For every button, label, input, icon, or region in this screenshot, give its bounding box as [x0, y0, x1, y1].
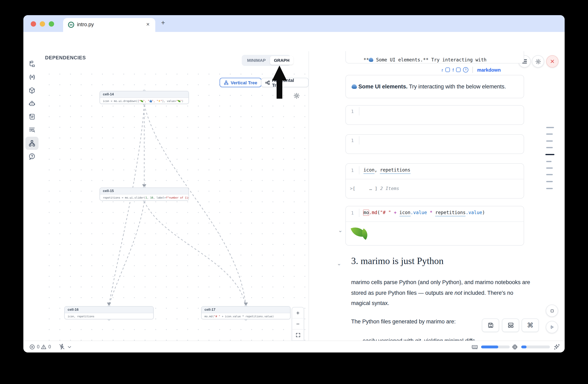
node-code: icon = mo.ui.dropdown(["", "", ""], valu… [100, 98, 189, 104]
cell-dropdown-code[interactable]: 1 icon = mo.ui.dropdown(["", "", ""], va… [345, 105, 524, 125]
dependency-graph-canvas[interactable]: Vertical Tree Horizontal Tree cell-14 ic… [41, 66, 309, 341]
sidebar-item-help[interactable] [25, 150, 39, 163]
minimap-cell-marker[interactable] [546, 140, 553, 141]
sidebar-item-dependencies[interactable] [25, 137, 39, 150]
zoom-in-button[interactable]: + [292, 307, 304, 318]
node-title: cell-14 [100, 91, 189, 98]
section-collapse-chevron-icon[interactable]: ⌄ [337, 260, 341, 267]
chevron-down-icon [67, 344, 72, 349]
traffic-zoom-button[interactable] [49, 21, 54, 27]
minimap-cell-marker[interactable] [546, 161, 551, 162]
graph-node-cell-16[interactable]: cell-16 icon, repetitions [64, 306, 154, 319]
zoom-out-button[interactable]: − [292, 318, 304, 329]
code-line: repetitions = mo.ui.slider(1, 16, [363, 153, 457, 154]
cell-md-code[interactable]: 1 mo.md("# " + icon.value * repetitions.… [345, 206, 524, 246]
minimap-cell-marker[interactable] [546, 147, 553, 148]
close-icon: ✕ [550, 58, 555, 64]
cell-output-markdown: Some UI elements. Try interacting with t… [345, 75, 524, 98]
warning-triangle-icon [41, 344, 47, 350]
sidebar-item-logs[interactable] [25, 110, 39, 123]
sidebar-item-snippets[interactable] [25, 123, 39, 136]
warning-count: 0 [48, 344, 51, 349]
ram-usage[interactable] [471, 341, 510, 352]
markdown-cell-footer: r f i markdown [442, 67, 501, 73]
scroll-icon [28, 113, 36, 120]
save-icon [487, 322, 494, 329]
sidebar-item-variables[interactable]: (×) [25, 70, 39, 83]
command-palette-button[interactable]: ⌘ [522, 319, 539, 332]
ai-assist-button[interactable] [553, 341, 560, 352]
code-line: mo.md("# " + icon.value * repetitions.va… [363, 209, 485, 217]
horizontal-tree-label: Horizontal Tree [272, 77, 304, 87]
screenshot-stage: m intro.py × + localhost:2718 Guest [0, 0, 588, 384]
cpu-icon [511, 343, 518, 350]
shutdown-button[interactable]: ✕ [546, 55, 559, 68]
minimap-cell-marker[interactable] [546, 174, 553, 175]
fullscreen-icon [295, 332, 301, 338]
graph-node-cell-14[interactable]: cell-14 icon = mo.ui.dropdown(["", "", "… [100, 91, 189, 104]
toggle-f-label: f [453, 67, 454, 72]
sidebar-item-packages[interactable] [25, 84, 39, 97]
cell-language-badge[interactable]: markdown [477, 67, 501, 72]
line-number: 1 [346, 209, 359, 217]
tab-title: intro.py [77, 22, 94, 27]
footer-divider [473, 67, 473, 73]
marimo-favicon-icon: m [68, 22, 74, 28]
cell-refs[interactable]: 1 icon, repetitions >[… ] 2 Items [345, 163, 524, 199]
horizontal-tree-button[interactable]: Horizontal Tree [261, 78, 309, 87]
vertical-tree-button[interactable]: Vertical Tree [220, 78, 261, 87]
vertical-tree-icon [224, 80, 229, 85]
layout-toggle-button[interactable] [502, 319, 519, 332]
cell-slider-code[interactable]: 1 repetitions = mo.ui.slider(1, 16, labe… [345, 134, 524, 154]
node-title: cell-16 [65, 307, 153, 313]
code-line: icon, repetitions [363, 166, 410, 174]
line-number: 1 [346, 107, 359, 115]
traffic-close-button[interactable] [31, 21, 36, 27]
toggle-f-checkbox[interactable] [456, 68, 461, 72]
section-paragraph: marimo cells parse Python (and only Pyth… [351, 277, 532, 308]
error-counter[interactable]: 0 [29, 341, 40, 352]
save-button[interactable] [482, 319, 499, 332]
minimap-cell-marker[interactable] [546, 127, 554, 128]
toggle-r-checkbox[interactable] [446, 68, 450, 72]
graph-settings-gear-icon[interactable] [294, 93, 300, 99]
browser-tabbar: m intro.py × + [23, 15, 565, 32]
browser-tab-active[interactable]: m intro.py × [63, 18, 155, 32]
sidebar-item-file-explorer[interactable] [25, 57, 39, 70]
run-button[interactable] [546, 321, 558, 333]
minimap-cell-marker-active[interactable] [546, 154, 554, 155]
tab-close-icon[interactable]: × [146, 21, 149, 27]
console-output[interactable]: >[… ] 2 Items [346, 179, 524, 191]
error-circle-icon [29, 344, 35, 350]
browser-toolbar: localhost:2718 Guest [23, 32, 565, 51]
notebook-settings-button[interactable] [532, 55, 544, 68]
runtime-connection-toggle[interactable] [59, 341, 72, 352]
collapse-chevron-icon[interactable]: ⌄ [338, 227, 343, 233]
toggle-r-label: r [442, 67, 443, 72]
minimap-cell-marker[interactable] [546, 188, 553, 189]
minimap-cell-marker[interactable] [546, 134, 553, 134]
interrupt-button[interactable] [546, 305, 558, 317]
file-tree-icon [28, 60, 36, 68]
sidebar-item-ai-chat[interactable] [25, 97, 39, 110]
warning-counter[interactable]: 0 [41, 341, 51, 352]
cell-editor-markdown[interactable]: 1 ** Some UI elements.** Try interacting… [345, 51, 524, 63]
fit-view-button[interactable] [292, 329, 304, 340]
cpu-usage[interactable] [511, 341, 550, 352]
app-sidebar: (×) [23, 51, 41, 341]
expand-chevron-icon[interactable]: > [350, 186, 353, 191]
dependency-graph-icon [28, 140, 36, 147]
minimap-cell-marker[interactable] [546, 167, 553, 169]
graph-node-cell-17[interactable]: cell-17 mo.md("# " + icon.value * repeti… [201, 306, 291, 319]
info-icon[interactable]: i [463, 67, 469, 73]
code-line: ** Some UI elements.** Try interacting w… [363, 56, 487, 63]
error-count: 0 [37, 344, 40, 349]
output-bracket: [ [353, 186, 355, 191]
new-tab-button[interactable]: + [161, 19, 165, 26]
traffic-minimize-button[interactable] [40, 21, 45, 27]
node-code: repetitions = mo.ui.slider(1, 16, label=… [100, 194, 189, 201]
node-title: cell-17 [202, 307, 290, 313]
graph-node-cell-15[interactable]: cell-15 repetitions = mo.ui.slider(1, 16… [100, 188, 189, 201]
minimap-cell-marker[interactable] [546, 181, 553, 182]
section-paragraph-2: The Python files generated by marimo are… [351, 319, 456, 325]
